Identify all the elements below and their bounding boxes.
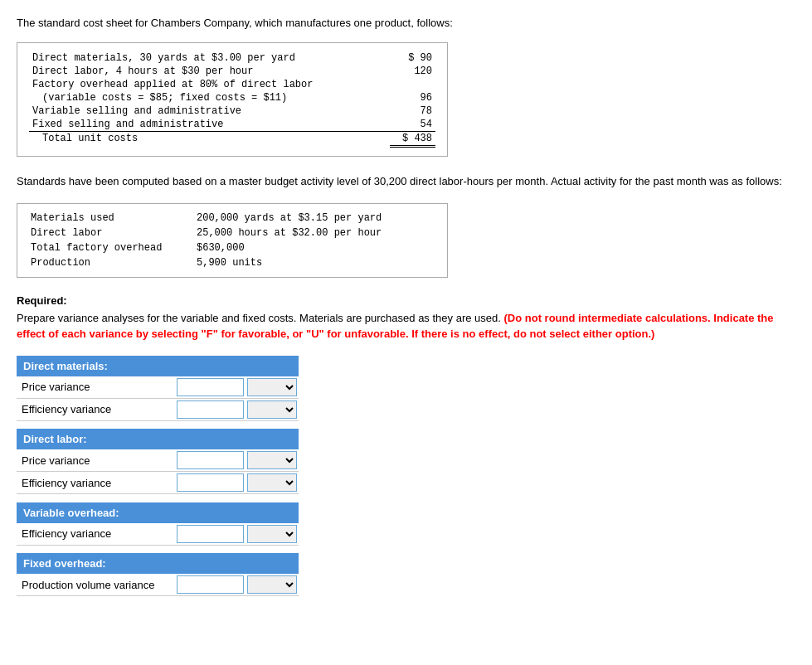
actual-data-table: Materials used 200,000 yards at $3.15 pe… — [27, 211, 437, 270]
standards-text: Standards have been computed based on a … — [17, 173, 795, 190]
direct-materials-efficiency-row: Efficiency variance F U — [17, 398, 299, 420]
direct-materials-efficiency-variance-input[interactable] — [177, 400, 244, 419]
section-header-label: Direct materials: — [17, 356, 299, 376]
spacer-row — [17, 420, 299, 429]
price-variance-input-cell[interactable] — [175, 376, 246, 399]
table-row: Fixed selling and administrative 54 — [29, 118, 435, 132]
actual-label: Production — [27, 255, 193, 270]
direct-labor-efficiency-variance-select[interactable]: F U — [247, 473, 297, 492]
actual-label: Total factory overhead — [27, 240, 193, 255]
row-label: Production volume variance — [17, 574, 175, 596]
table-row: Direct labor, 4 hours at $30 per hour 12… — [29, 65, 435, 78]
efficiency-variance-input-cell[interactable] — [175, 472, 246, 494]
efficiency-variance-select-cell[interactable]: F U — [246, 398, 299, 420]
fixed-overhead-production-volume-variance-select[interactable]: F U — [247, 575, 297, 594]
fixed-overhead-production-volume-row: Production volume variance F U — [17, 574, 299, 596]
cost-label-total: Total unit costs — [29, 132, 390, 147]
actual-label: Materials used — [27, 211, 193, 226]
table-row: Direct labor 25,000 hours at $32.00 per … — [27, 226, 437, 240]
production-volume-variance-input-cell[interactable] — [175, 574, 246, 596]
spacer-row — [17, 545, 299, 553]
direct-labor-price-variance-input[interactable] — [177, 451, 244, 469]
cost-label: Direct materials, 30 yards at $3.00 per … — [29, 51, 390, 65]
cost-amount: $ 90 — [390, 51, 435, 65]
actual-value: 200,000 yards at $3.15 per yard — [193, 211, 437, 226]
row-label: Efficiency variance — [17, 472, 175, 494]
row-label: Price variance — [17, 376, 175, 399]
actual-value: $630,000 — [193, 240, 437, 255]
efficiency-variance-input-cell[interactable] — [175, 523, 246, 546]
cost-label: (variable costs = $85; fixed costs = $11… — [29, 91, 390, 104]
required-section: Required: Prepare variance analyses for … — [17, 294, 795, 342]
direct-labor-efficiency-variance-input[interactable] — [177, 473, 244, 492]
cost-amount — [390, 78, 435, 91]
table-row: Materials used 200,000 yards at $3.15 pe… — [27, 211, 437, 226]
efficiency-variance-select-cell[interactable]: F U — [246, 472, 299, 494]
direct-labor-efficiency-row: Efficiency variance F U — [17, 472, 299, 494]
actual-label: Direct labor — [27, 226, 193, 240]
section-header-label: Fixed overhead: — [17, 553, 299, 574]
cost-label: Variable selling and administrative — [29, 104, 390, 118]
section-header-variable-overhead: Variable overhead: — [17, 502, 299, 523]
actual-value: 25,000 hours at $32.00 per hour — [193, 226, 437, 240]
direct-materials-price-variance-select[interactable]: F U — [247, 378, 297, 396]
row-label: Efficiency variance — [17, 523, 175, 546]
price-variance-input-cell[interactable] — [175, 449, 246, 472]
fixed-overhead-production-volume-variance-input[interactable] — [177, 575, 244, 594]
cost-amount: 96 — [390, 91, 435, 104]
table-row: Variable selling and administrative 78 — [29, 104, 435, 118]
price-variance-select-cell[interactable]: F U — [246, 449, 299, 472]
section-header-label: Variable overhead: — [17, 502, 299, 523]
row-label: Efficiency variance — [17, 398, 175, 420]
actual-value: 5,900 units — [193, 255, 437, 270]
direct-labor-price-row: Price variance F U — [17, 449, 299, 472]
variable-overhead-efficiency-variance-select[interactable]: F U — [247, 525, 297, 543]
table-row: Direct materials, 30 yards at $3.00 per … — [29, 51, 435, 65]
variance-analysis-table: Direct materials: Price variance F U Eff… — [17, 356, 299, 597]
production-volume-variance-select-cell[interactable]: F U — [246, 574, 299, 596]
required-body-normal: Prepare variance analyses for the variab… — [17, 312, 501, 324]
cost-amount: 78 — [390, 104, 435, 118]
cost-sheet-table: Direct materials, 30 yards at $3.00 per … — [29, 51, 435, 148]
cost-amount-total: $ 438 — [390, 132, 435, 147]
efficiency-variance-select-cell[interactable]: F U — [246, 523, 299, 546]
cost-label: Direct labor, 4 hours at $30 per hour — [29, 65, 390, 78]
section-header-direct-materials: Direct materials: — [17, 356, 299, 376]
section-header-direct-labor: Direct labor: — [17, 429, 299, 449]
table-row: Factory overhead applied at 80% of direc… — [29, 78, 435, 91]
section-header-fixed-overhead: Fixed overhead: — [17, 553, 299, 574]
direct-materials-efficiency-variance-select[interactable]: F U — [247, 400, 297, 419]
cost-label: Fixed selling and administrative — [29, 118, 390, 132]
actual-data-container: Materials used 200,000 yards at $3.15 pe… — [17, 203, 448, 278]
cost-amount: 54 — [390, 118, 435, 132]
direct-materials-price-row: Price variance F U — [17, 376, 299, 399]
variable-overhead-efficiency-row: Efficiency variance F U — [17, 523, 299, 546]
efficiency-variance-input-cell[interactable] — [175, 398, 246, 420]
cost-label: Factory overhead applied at 80% of direc… — [29, 78, 390, 91]
section-header-label: Direct labor: — [17, 429, 299, 449]
direct-materials-price-variance-input[interactable] — [177, 378, 244, 396]
row-label: Price variance — [17, 449, 175, 472]
required-body: Prepare variance analyses for the variab… — [17, 310, 795, 342]
spacer-row — [17, 494, 299, 502]
table-row: Production 5,900 units — [27, 255, 437, 270]
price-variance-select-cell[interactable]: F U — [246, 376, 299, 399]
table-row: Total factory overhead $630,000 — [27, 240, 437, 255]
direct-labor-price-variance-select[interactable]: F U — [247, 451, 297, 469]
cost-sheet-container: Direct materials, 30 yards at $3.00 per … — [17, 42, 448, 157]
intro-text: The standard cost sheet for Chambers Com… — [17, 17, 795, 29]
table-row: (variable costs = $85; fixed costs = $11… — [29, 91, 435, 104]
required-title: Required: — [17, 294, 795, 307]
table-row-total: Total unit costs $ 438 — [29, 132, 435, 147]
cost-amount: 120 — [390, 65, 435, 78]
variable-overhead-efficiency-variance-input[interactable] — [177, 525, 244, 543]
